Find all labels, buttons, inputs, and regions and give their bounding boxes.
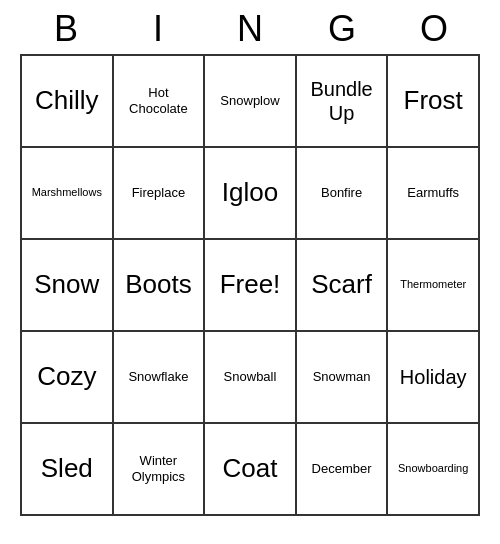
bingo-letter: O	[390, 8, 478, 50]
cell-text: Igloo	[222, 177, 278, 208]
bingo-cell: Igloo	[205, 148, 297, 240]
bingo-cell: Winter Olympics	[114, 424, 206, 516]
bingo-grid: ChillyHot ChocolateSnowplowBundle UpFros…	[20, 54, 480, 516]
bingo-letter: B	[22, 8, 110, 50]
cell-text: Snowflake	[128, 369, 188, 385]
cell-text: Snow	[34, 269, 99, 300]
cell-text: Scarf	[311, 269, 372, 300]
bingo-cell: Frost	[388, 56, 480, 148]
cell-text: Holiday	[400, 365, 467, 389]
cell-text: Fireplace	[132, 185, 185, 201]
cell-text: Bonfire	[321, 185, 362, 201]
bingo-cell: Snow	[22, 240, 114, 332]
cell-text: Sled	[41, 453, 93, 484]
cell-text: Hot Chocolate	[118, 85, 200, 116]
bingo-cell: Coat	[205, 424, 297, 516]
bingo-cell: Snowflake	[114, 332, 206, 424]
cell-text: Marshmellows	[32, 186, 102, 199]
bingo-cell: Hot Chocolate	[114, 56, 206, 148]
bingo-letter: I	[114, 8, 202, 50]
cell-text: Cozy	[37, 361, 96, 392]
bingo-cell: Snowplow	[205, 56, 297, 148]
bingo-cell: Scarf	[297, 240, 389, 332]
cell-text: December	[312, 461, 372, 477]
bingo-cell: Earmuffs	[388, 148, 480, 240]
bingo-header: BINGO	[20, 0, 480, 54]
cell-text: Free!	[220, 269, 281, 300]
cell-text: Snowplow	[220, 93, 279, 109]
cell-text: Coat	[223, 453, 278, 484]
bingo-cell: Snowball	[205, 332, 297, 424]
bingo-cell: Bonfire	[297, 148, 389, 240]
cell-text: Snowboarding	[398, 462, 468, 475]
bingo-cell: Marshmellows	[22, 148, 114, 240]
cell-text: Bundle Up	[301, 77, 383, 125]
cell-text: Snowman	[313, 369, 371, 385]
bingo-cell: Bundle Up	[297, 56, 389, 148]
bingo-cell: Fireplace	[114, 148, 206, 240]
cell-text: Winter Olympics	[118, 453, 200, 484]
cell-text: Earmuffs	[407, 185, 459, 201]
bingo-cell: Snowboarding	[388, 424, 480, 516]
cell-text: Thermometer	[400, 278, 466, 291]
bingo-letter: G	[298, 8, 386, 50]
cell-text: Snowball	[224, 369, 277, 385]
bingo-cell: Chilly	[22, 56, 114, 148]
bingo-cell: Snowman	[297, 332, 389, 424]
bingo-letter: N	[206, 8, 294, 50]
cell-text: Boots	[125, 269, 192, 300]
bingo-cell: Holiday	[388, 332, 480, 424]
bingo-cell: Cozy	[22, 332, 114, 424]
bingo-cell: Free!	[205, 240, 297, 332]
cell-text: Frost	[404, 85, 463, 116]
bingo-cell: December	[297, 424, 389, 516]
cell-text: Chilly	[35, 85, 99, 116]
bingo-cell: Boots	[114, 240, 206, 332]
bingo-cell: Sled	[22, 424, 114, 516]
bingo-cell: Thermometer	[388, 240, 480, 332]
